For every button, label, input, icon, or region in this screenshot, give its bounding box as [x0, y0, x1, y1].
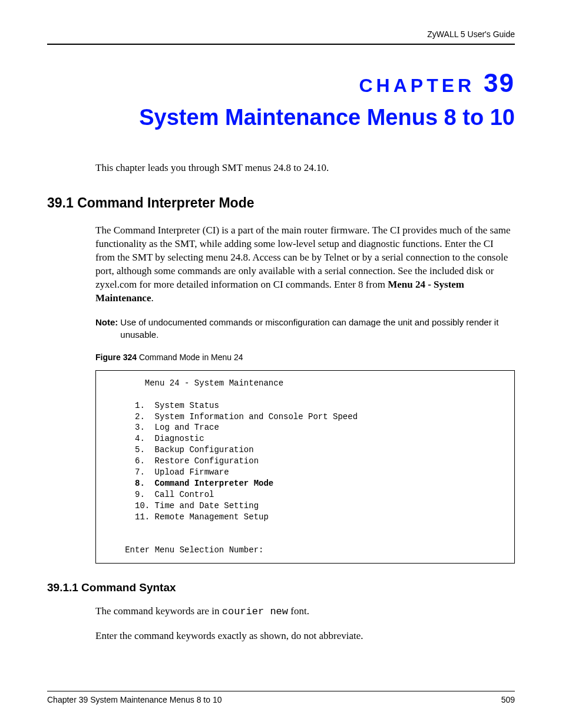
- p1-a: The command keywords are in: [95, 605, 222, 617]
- header-guide-title: ZyWALL 5 User's Guide: [47, 29, 515, 44]
- p1-b: font.: [288, 605, 309, 617]
- header-rule: [47, 44, 515, 45]
- menu-code-box: Menu 24 - System Maintenance 1. System S…: [95, 370, 515, 564]
- section-39-1-1-p1: The command keywords are in courier new …: [95, 605, 515, 619]
- chapter-word: CHAPTER: [359, 75, 475, 96]
- figure-label: Figure 324: [95, 353, 137, 362]
- page-footer: Chapter 39 System Maintenance Menus 8 to…: [47, 691, 515, 704]
- footer-left: Chapter 39 System Maintenance Menus 8 to…: [47, 695, 222, 704]
- section-heading-39-1: 39.1 Command Interpreter Mode: [47, 195, 515, 211]
- footer-page-number: 509: [501, 695, 515, 704]
- note-block: Note: Use of undocumented commands or mi…: [95, 316, 515, 341]
- chapter-number: 39: [484, 68, 515, 97]
- menu-title-text: Menu 24 - System Maintenance: [145, 378, 283, 388]
- menu-prompt: Enter Menu Selection Number:: [125, 545, 263, 555]
- para-text-2: .: [151, 292, 153, 304]
- note-label: Note:: [95, 316, 118, 341]
- menu-items-pre: 1. System Status 2. System Information a…: [110, 401, 358, 477]
- menu-item-8-bold: 8. Command Interpreter Mode: [110, 479, 273, 488]
- p1-mono: courier new: [222, 606, 288, 617]
- intro-paragraph: This chapter leads you through SMT menus…: [95, 162, 515, 174]
- menu-title: [110, 378, 145, 388]
- chapter-label: CHAPTER 39: [47, 68, 515, 98]
- menu-items-post: 9. Call Control 10. Time and Date Settin…: [110, 490, 269, 522]
- chapter-title: System Maintenance Menus 8 to 10: [47, 103, 515, 133]
- figure-caption-text: Command Mode in Menu 24: [137, 353, 243, 362]
- menu-prompt-indent: [110, 545, 125, 555]
- figure-caption: Figure 324 Command Mode in Menu 24: [95, 353, 515, 362]
- section-39-1-paragraph: The Command Interpreter (CI) is a part o…: [95, 224, 515, 305]
- note-text: Use of undocumented commands or misconfi…: [120, 316, 515, 341]
- section-39-1-1-p2: Enter the command keywords exactly as sh…: [95, 630, 515, 643]
- footer-rule: [47, 691, 515, 691]
- section-heading-39-1-1: 39.1.1 Command Syntax: [47, 581, 515, 594]
